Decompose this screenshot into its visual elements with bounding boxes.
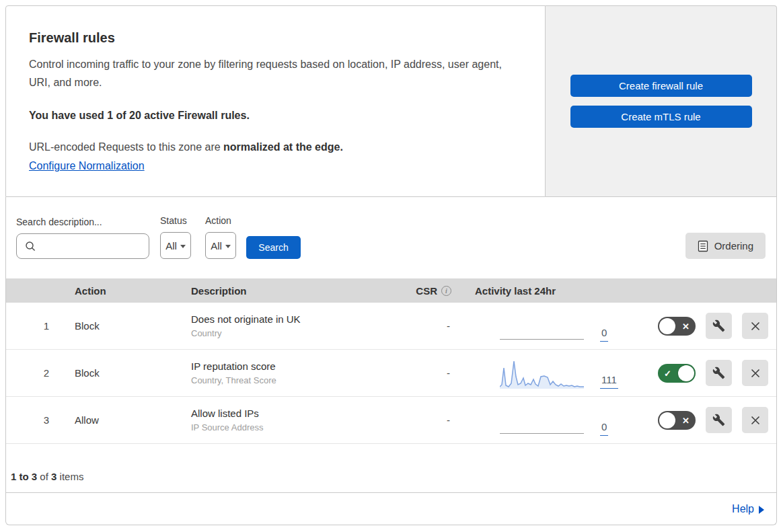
- rule-priority: 2: [6, 367, 75, 379]
- rule-controls: ✓ ✕: [625, 360, 776, 386]
- column-header-action: Action: [75, 285, 191, 297]
- actions-panel: Create firewall rule Create mTLS rule: [546, 5, 777, 197]
- items-text: items: [57, 471, 83, 482]
- configure-normalization-link[interactable]: Configure Normalization: [29, 160, 145, 172]
- normalization-text: URL-encoded Requests to this zone are: [29, 141, 223, 153]
- table-header-row: Action Description CSR i Activity last 2…: [6, 278, 776, 303]
- chevron-down-icon: [180, 245, 186, 248]
- rule-action: Allow: [75, 414, 191, 426]
- of-text: of: [37, 471, 51, 482]
- flat-activity-line: [500, 339, 584, 340]
- wrench-icon: [712, 367, 725, 379]
- edit-rule-button[interactable]: [706, 313, 732, 339]
- ordered-list-icon: [698, 240, 708, 252]
- x-icon: ✕: [682, 415, 690, 425]
- action-label: Action: [205, 215, 236, 226]
- table-row: 2 Block IP reputation score Country, Thr…: [6, 350, 776, 397]
- rule-csr-value: -: [403, 414, 457, 426]
- csr-header-label: CSR: [416, 285, 437, 297]
- rule-csr-value: -: [403, 367, 457, 379]
- rule-activity: 111: [457, 358, 625, 389]
- item-range: 1 to 3: [11, 471, 37, 482]
- rule-activity: 0: [457, 405, 625, 436]
- rule-enabled-toggle[interactable]: ✓ ✕: [658, 364, 696, 383]
- rule-enabled-toggle[interactable]: ✓ ✕: [658, 317, 696, 336]
- toggle-knob: [659, 318, 675, 334]
- rule-controls: ✓ ✕: [625, 407, 776, 433]
- action-filter-group: Action All: [205, 215, 236, 259]
- activity-sparkline: [500, 311, 584, 342]
- ordering-button-label: Ordering: [714, 240, 753, 252]
- activity-count-link[interactable]: 0: [600, 421, 608, 436]
- ordering-button[interactable]: Ordering: [685, 233, 766, 259]
- help-link[interactable]: Help: [732, 503, 764, 515]
- rule-csr-value: -: [403, 320, 457, 332]
- rule-priority: 1: [6, 320, 75, 332]
- toggle-knob: [678, 365, 694, 381]
- search-button[interactable]: Search: [246, 236, 301, 259]
- status-filter-group: Status All: [160, 215, 191, 259]
- activity-count-link[interactable]: 111: [600, 374, 618, 389]
- action-selected-value: All: [211, 240, 222, 252]
- rule-priority: 3: [6, 414, 75, 426]
- column-header-csr: CSR i: [403, 285, 457, 297]
- action-select[interactable]: All: [205, 232, 236, 259]
- rule-description: Allow listed IPs IP Source Address: [191, 408, 403, 432]
- page-description: Control incoming traffic to your zone by…: [29, 55, 515, 91]
- search-label: Search description...: [16, 217, 149, 227]
- rule-fields: Country, Threat Score: [191, 375, 403, 385]
- search-group: Search description...: [16, 217, 149, 259]
- create-firewall-rule-button[interactable]: Create firewall rule: [570, 75, 752, 97]
- toggle-knob: [659, 412, 675, 428]
- header-card: Firewall rules Control incoming traffic …: [5, 5, 546, 197]
- rules-table: Action Description CSR i Activity last 2…: [6, 278, 776, 444]
- rule-description: IP reputation score Country, Threat Scor…: [191, 360, 403, 385]
- usage-note: You have used 1 of 20 active Firewall ru…: [29, 110, 522, 122]
- flat-activity-line: [500, 433, 584, 434]
- filter-bar: Search description... Status All Action: [6, 197, 776, 259]
- rule-enabled-toggle[interactable]: ✓ ✕: [658, 411, 696, 430]
- search-icon: [25, 241, 36, 252]
- rule-description: Does not originate in UK Country: [191, 313, 403, 338]
- activity-sparkline: [500, 405, 584, 436]
- rule-action: Block: [75, 320, 191, 332]
- create-mtls-rule-button[interactable]: Create mTLS rule: [570, 106, 752, 128]
- close-icon: [750, 368, 761, 379]
- delete-rule-button[interactable]: [742, 360, 768, 386]
- edit-rule-button[interactable]: [706, 407, 732, 433]
- delete-rule-button[interactable]: [742, 407, 768, 433]
- search-box: [16, 233, 149, 259]
- activity-sparkline: [500, 358, 584, 389]
- rule-title[interactable]: IP reputation score: [191, 360, 403, 372]
- normalization-bold: normalized at the edge.: [223, 141, 343, 153]
- normalization-note: URL-encoded Requests to this zone are no…: [29, 141, 522, 153]
- close-icon: [750, 415, 761, 426]
- rule-fields: Country: [191, 328, 403, 338]
- column-header-description: Description: [191, 285, 403, 297]
- rule-action: Block: [75, 367, 191, 379]
- check-icon: ✓: [664, 368, 671, 378]
- pagination-summary: 1 to 3 of 3 items: [6, 444, 776, 492]
- edit-rule-button[interactable]: [706, 360, 732, 386]
- status-select[interactable]: All: [160, 232, 191, 259]
- page-title: Firewall rules: [29, 30, 522, 46]
- firewall-rules-page: Firewall rules Control incoming traffic …: [0, 0, 781, 532]
- help-row: Help: [6, 492, 776, 525]
- info-icon[interactable]: i: [441, 286, 451, 296]
- help-label: Help: [732, 503, 754, 515]
- status-label: Status: [160, 215, 191, 226]
- delete-rule-button[interactable]: [742, 313, 768, 339]
- rule-title[interactable]: Does not originate in UK: [191, 313, 403, 325]
- wrench-icon: [712, 414, 725, 426]
- status-selected-value: All: [165, 240, 177, 252]
- rule-controls: ✓ ✕: [625, 313, 776, 339]
- arrow-right-icon: [759, 506, 764, 514]
- rule-title[interactable]: Allow listed IPs: [191, 408, 403, 419]
- x-icon: ✕: [682, 321, 690, 331]
- table-row: 3 Allow Allow listed IPs IP Source Addre…: [6, 397, 776, 444]
- activity-count-link[interactable]: 0: [600, 327, 608, 342]
- wrench-icon: [712, 319, 725, 332]
- rules-card: Search description... Status All Action: [5, 197, 777, 525]
- column-header-activity: Activity last 24hr: [457, 285, 625, 297]
- top-section: Firewall rules Control incoming traffic …: [5, 5, 777, 197]
